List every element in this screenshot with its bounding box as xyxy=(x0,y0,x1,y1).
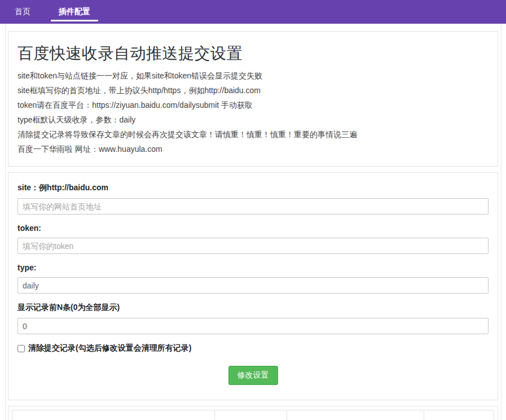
records-header-row: 提交网址 提交状态 提交时间 错误原因 xyxy=(12,410,494,420)
intro-line: token请在百度平台：https://ziyuan.baidu.com/dai… xyxy=(17,100,489,110)
col-header-submit-status: 提交状态 xyxy=(214,410,287,420)
intro-line: 清除提交记录将导致保存文章的时候会再次提交该文章！请慎重！慎重！慎重！重要的事情… xyxy=(17,130,489,139)
clear-records-checkbox[interactable] xyxy=(17,345,25,352)
col-header-submit-time: 提交时间 xyxy=(287,410,424,420)
col-header-error-reason: 错误原因 xyxy=(424,410,494,420)
settings-form-card: site：例http://baidu.com token: type: 显示记录… xyxy=(8,172,498,400)
tab-home[interactable]: 首页 xyxy=(8,0,37,24)
type-input[interactable] xyxy=(17,277,489,294)
site-input[interactable] xyxy=(17,198,489,215)
intro-line: type框默认天级收录，参数：daily xyxy=(17,115,489,124)
limit-input[interactable] xyxy=(17,318,489,334)
clear-records-label: 清除提交记录(勾选后修改设置会清理所有记录) xyxy=(28,343,191,353)
limit-label: 显示记录前N条(0为全部显示) xyxy=(17,303,489,313)
records-table-card: 提交网址 提交状态 提交时间 错误原因 xyxy=(8,406,498,420)
top-tab-bar: 首页 插件配置 xyxy=(0,0,506,24)
intro-line: site和token与站点链接一一对应，如果site和token错误会显示提交失… xyxy=(17,71,489,80)
tab-plugin-config[interactable]: 插件配置 xyxy=(50,0,99,24)
button-row: 修改设置 xyxy=(17,364,489,392)
token-label: token: xyxy=(17,224,489,233)
intro-line: 百度一下华雨啦 网址：www.huayula.com xyxy=(17,145,489,154)
page-title: 百度快速收录自动推送提交设置 xyxy=(17,43,489,64)
token-input[interactable] xyxy=(17,238,489,254)
type-label: type: xyxy=(17,263,489,272)
save-settings-button[interactable]: 修改设置 xyxy=(228,366,278,385)
intro-card: 百度快速收录自动推送提交设置 site和token与站点链接一一对应，如果sit… xyxy=(8,31,498,167)
site-label: site：例http://baidu.com xyxy=(17,183,489,193)
col-header-submit-url: 提交网址 xyxy=(12,410,215,420)
clear-records-row: 清除提交记录(勾选后修改设置会清理所有记录) xyxy=(17,343,489,353)
records-table: 提交网址 提交状态 提交时间 错误原因 xyxy=(12,410,494,420)
intro-line: site框填写你的首页地址，带上协议头http/https，例如http://b… xyxy=(17,86,489,95)
page-container: 百度快速收录自动推送提交设置 site和token与站点链接一一对应，如果sit… xyxy=(5,24,501,420)
